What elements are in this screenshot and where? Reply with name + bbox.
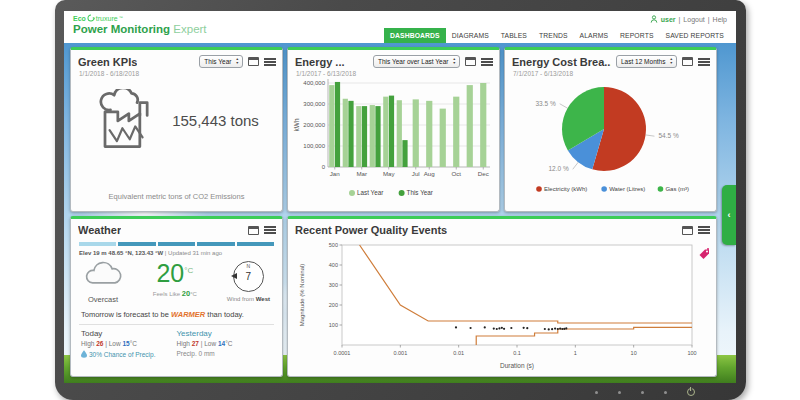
panel-header: Energy Cost Brea... Last 12 Months▲▼ bbox=[505, 50, 716, 69]
tab-trends[interactable]: TRENDS bbox=[533, 28, 574, 43]
tab-diagrams[interactable]: DIAGRAMS bbox=[446, 28, 495, 43]
power-icon[interactable] bbox=[687, 388, 695, 396]
raindrop-icon bbox=[81, 350, 87, 358]
period-select[interactable]: This Year▲▼ bbox=[199, 55, 243, 68]
svg-text:500: 500 bbox=[329, 242, 338, 248]
yesterday-high-low: High 27 | Low 14°C bbox=[177, 340, 273, 347]
menu-icon[interactable] bbox=[698, 226, 710, 234]
wind-compass: N 7 bbox=[233, 261, 264, 292]
period-select[interactable]: This Year over Last Year▲▼ bbox=[373, 55, 460, 68]
brand-eco: Eco bbox=[73, 15, 86, 22]
yesterday-precip: Precip. 0 mm bbox=[177, 350, 273, 357]
svg-text:300: 300 bbox=[329, 282, 338, 288]
today-precip: 30% Chance of Precip. bbox=[81, 350, 177, 358]
svg-text:Mar: Mar bbox=[356, 170, 367, 177]
popout-icon[interactable] bbox=[248, 226, 259, 235]
tab-reports[interactable]: REPORTS bbox=[614, 28, 659, 43]
yesterday-label: Yesterday bbox=[177, 329, 273, 338]
select-stepper-icon: ▲▼ bbox=[452, 58, 456, 65]
product-line: Power Monitoring Expert bbox=[73, 24, 207, 36]
slide-panel-toggle[interactable]: ‹ bbox=[722, 185, 736, 245]
monitor-button-2[interactable] bbox=[618, 391, 621, 394]
popout-icon[interactable] bbox=[682, 57, 693, 66]
svg-text:May: May bbox=[383, 170, 396, 177]
weather-segment-bar bbox=[79, 242, 274, 246]
forecast-line: Tomorrow is forecast to be WARMER than t… bbox=[71, 304, 282, 319]
period-select[interactable]: Last 12 Months▲▼ bbox=[616, 55, 677, 68]
pq-itic-chart: 1002003004005000.00010.0010.010.1110100D… bbox=[290, 237, 714, 375]
svg-text:Gas (m³): Gas (m³) bbox=[665, 186, 689, 192]
weather-segment-2[interactable] bbox=[118, 242, 155, 246]
today-high-low: High 26 | Low 15°C bbox=[81, 340, 177, 347]
panel-title: Recent Power Quality Events bbox=[295, 224, 447, 236]
tab-dashboards[interactable]: DASHBOARDS bbox=[384, 28, 446, 43]
svg-text:Aug: Aug bbox=[424, 170, 436, 177]
svg-text:12.0 %: 12.0 % bbox=[548, 165, 568, 172]
svg-text:0.001: 0.001 bbox=[393, 350, 407, 356]
svg-text:Last Year: Last Year bbox=[357, 189, 383, 196]
dashboard-background: Green KPIs This Year▲▼ 1/1/2018 - 6/18/2… bbox=[64, 43, 736, 383]
weather-location: Elev 19 m 48.65 °N, 123.43 °W bbox=[79, 250, 163, 256]
tab-saved-reports[interactable]: SAVED REPORTS bbox=[660, 28, 730, 43]
panel-title: Weather bbox=[78, 224, 121, 236]
ecostruxure-logo: Ecotruxure™ Power Monitoring Expert bbox=[73, 14, 207, 36]
weather-temp-col: 20°C Feels Like 20°C bbox=[153, 261, 197, 304]
weather-segment-3[interactable] bbox=[158, 242, 195, 246]
popout-icon[interactable] bbox=[682, 226, 693, 235]
tab-alarms[interactable]: ALARMS bbox=[574, 28, 615, 43]
energy-cost-pie-chart: 54.5 %12.0 %33.5 %Electricity (kWh)Water… bbox=[507, 77, 714, 199]
date-range: 7/1/2017 - 6/13/2018 bbox=[505, 69, 716, 77]
weather-meta: Elev 19 m 48.65 °N, 123.43 °W | Updated … bbox=[71, 249, 282, 257]
weather-segment-1[interactable] bbox=[79, 242, 116, 246]
monitor-controls bbox=[595, 388, 695, 396]
today-column: Today High 26 | Low 15°C 30% Chance of P… bbox=[81, 329, 177, 358]
svg-text:100,000: 100,000 bbox=[303, 143, 325, 149]
kpi-body: 155,443 tons bbox=[71, 89, 282, 151]
screen: Ecotruxure™ Power Monitoring Expert user… bbox=[64, 11, 736, 383]
svg-text:Dec: Dec bbox=[478, 170, 489, 177]
user-bar: user | Logout | Help bbox=[650, 15, 727, 23]
tab-tables[interactable]: TABLES bbox=[495, 28, 533, 43]
select-stepper-icon: ▲▼ bbox=[235, 58, 239, 65]
panel-title: Energy Cost Brea... bbox=[512, 56, 611, 68]
weather-main: Overcast 20°C Feels Like 20°C N 7 bbox=[71, 257, 282, 304]
popout-icon[interactable] bbox=[248, 57, 259, 66]
help-link[interactable]: Help bbox=[713, 16, 727, 23]
brand-line: Ecotruxure™ bbox=[73, 14, 207, 22]
svg-text:200,000: 200,000 bbox=[303, 122, 325, 128]
today-yesterday-row: Today High 26 | Low 15°C 30% Chance of P… bbox=[71, 329, 282, 358]
menu-icon[interactable] bbox=[264, 58, 276, 66]
logout-link[interactable]: Logout bbox=[683, 16, 704, 23]
svg-text:0.01: 0.01 bbox=[453, 350, 464, 356]
date-range: 1/1/2017 - 6/13/2018 bbox=[288, 69, 499, 77]
monitor-button-3[interactable] bbox=[641, 391, 644, 394]
svg-text:200: 200 bbox=[329, 302, 338, 308]
temperature: 20°C bbox=[153, 261, 197, 286]
factory-icon bbox=[94, 89, 160, 151]
popout-icon[interactable] bbox=[465, 57, 476, 66]
period-value: This Year over Last Year bbox=[378, 58, 448, 65]
svg-text:kWh: kWh bbox=[293, 118, 300, 131]
wind-speed: 7 bbox=[234, 271, 263, 282]
panel-energy: Energy ... This Year over Last Year▲▼ 1/… bbox=[287, 47, 500, 212]
chevron-left-icon: ‹ bbox=[728, 210, 731, 220]
compass-north-label: N bbox=[234, 263, 263, 269]
svg-text:Jul: Jul bbox=[412, 170, 420, 177]
menu-icon[interactable] bbox=[698, 58, 710, 66]
weather-segment-4[interactable] bbox=[197, 242, 234, 246]
stage: Ecotruxure™ Power Monitoring Expert user… bbox=[0, 0, 800, 400]
select-stepper-icon: ▲▼ bbox=[669, 58, 673, 65]
panel-header: Green KPIs This Year▲▼ bbox=[71, 50, 282, 69]
svg-text:0: 0 bbox=[322, 164, 326, 170]
monitor-button-4[interactable] bbox=[664, 391, 667, 394]
menu-icon[interactable] bbox=[481, 58, 493, 66]
period-value: This Year bbox=[204, 58, 231, 65]
product-edition: Expert bbox=[173, 23, 206, 35]
user-name-link[interactable]: user bbox=[661, 16, 676, 23]
power-quality-flag-icon[interactable] bbox=[697, 247, 711, 261]
user-icon bbox=[650, 15, 658, 23]
menu-icon[interactable] bbox=[264, 226, 276, 234]
svg-text:1: 1 bbox=[574, 350, 577, 356]
monitor-button-1[interactable] bbox=[595, 391, 598, 394]
weather-segment-5[interactable] bbox=[237, 242, 274, 246]
